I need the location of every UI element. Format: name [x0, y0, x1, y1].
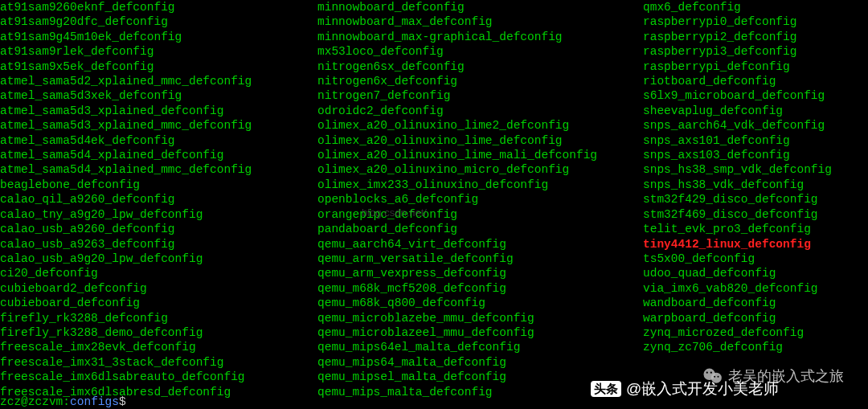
defconfig-file: raspberrypi0_defconfig — [643, 14, 868, 29]
defconfig-file: qemu_mips64_malta_defconfig — [317, 355, 643, 370]
prompt-dollar: $ — [119, 395, 126, 408]
defconfig-file: openblocks_a6_defconfig — [317, 192, 643, 207]
defconfig-file: snps_hs38_smp_vdk_defconfig — [643, 162, 868, 177]
defconfig-file: telit_evk_pro3_defconfig — [643, 222, 868, 236]
defconfig-file: at91sam9x5ek_defconfig — [0, 59, 317, 74]
defconfig-file: qemu_m68k_q800_defconfig — [317, 296, 643, 310]
defconfig-file: qemu_arm_versatile_defconfig — [317, 252, 643, 266]
prompt-colon: : — [63, 395, 70, 408]
defconfig-file: stm32f469_disco_defconfig — [643, 207, 868, 222]
watermark-toutiao: 头条 @嵌入式开发小美老师 — [591, 381, 779, 397]
defconfig-file: ts5x00_defconfig — [643, 252, 868, 266]
defconfig-file: minnowboard_max-graphical_defconfig — [317, 30, 643, 44]
defconfig-file: pandaboard_defconfig — [317, 222, 643, 236]
defconfig-file: via_imx6_vab820_defconfig — [643, 281, 868, 296]
defconfig-file: qemu_microblazebe_mmu_defconfig — [317, 311, 643, 325]
defconfig-file: olimex_imx233_olinuxino_defconfig — [317, 178, 643, 192]
defconfig-file: atmel_sama5d4_xplained_defconfig — [0, 148, 317, 162]
defconfig-file: nitrogen6sx_defconfig — [317, 59, 643, 74]
defconfig-file: minnowboard_defconfig — [317, 0, 643, 14]
defconfig-file: qemu_m68k_mcf5208_defconfig — [317, 281, 643, 296]
defconfig-file: olimex_a20_olinuxino_lime_mali_defconfig — [317, 148, 643, 162]
defconfig-file: nitrogen7_defconfig — [317, 88, 643, 103]
defconfig-file: cubieboard2_defconfig — [0, 281, 317, 296]
prompt-user-host: zcz@zczvm — [0, 395, 63, 408]
defconfig-file: qemu_microblazeel_mmu_defconfig — [317, 325, 643, 340]
defconfig-file: calao_usb_a9g20_lpw_defconfig — [0, 252, 317, 266]
toutiao-icon: 头条 — [591, 381, 621, 397]
defconfig-file: at91sam9g20dfc_defconfig — [0, 14, 317, 29]
defconfig-file: snps_axs101_defconfig — [643, 133, 868, 148]
defconfig-file: beaglebone_defconfig — [0, 178, 317, 192]
defconfig-file: freescale_imx28evk_defconfig — [0, 340, 317, 354]
defconfig-file: at91sam9g45m10ek_defconfig — [0, 30, 317, 44]
defconfig-file: firefly_rk3288_demo_defconfig — [0, 325, 317, 340]
defconfig-file: at91sam9rlek_defconfig — [0, 44, 317, 59]
defconfig-file: raspberrypi_defconfig — [643, 59, 868, 74]
svg-point-2 — [706, 372, 708, 374]
defconfig-file: nitrogen6x_defconfig — [317, 74, 643, 88]
defconfig-file: atmel_sama5d4_xplained_mmc_defconfig — [0, 162, 317, 177]
defconfig-file: qemu_aarch64_virt_defconfig — [317, 237, 643, 252]
defconfig-file: cubieboard_defconfig — [0, 296, 317, 310]
defconfig-file: wandboard_defconfig — [643, 296, 868, 310]
shell-prompt[interactable]: zcz@zczvm:configs$ — [0, 395, 126, 409]
listing-column-2: minnowboard_defconfigminnowboard_max_def… — [317, 0, 643, 399]
defconfig-file: mx53loco_defconfig — [317, 44, 643, 59]
defconfig-file: raspberrypi3_defconfig — [643, 44, 868, 59]
defconfig-file: qemu_arm_vexpress_defconfig — [317, 266, 643, 280]
defconfig-file: tiny4412_linux_defconfig — [643, 237, 868, 252]
defconfig-file: freescale_imx31_3stack_defconfig — [0, 355, 317, 370]
terminal-listing: at91sam9260eknf_defconfigat91sam9g20dfc_… — [0, 0, 868, 399]
defconfig-file: zynq_zc706_defconfig — [643, 340, 868, 354]
defconfig-file: minnowboard_max_defconfig — [317, 14, 643, 29]
listing-column-3: qmx6_defconfigraspberrypi0_defconfigrasp… — [643, 0, 868, 399]
defconfig-file: qmx6_defconfig — [643, 0, 868, 14]
defconfig-file: snps_hs38_vdk_defconfig — [643, 178, 868, 192]
defconfig-file: calao_usb_a9260_defconfig — [0, 222, 317, 236]
defconfig-file: olimex_a20_olinuxino_lime2_defconfig — [317, 118, 643, 133]
defconfig-file: sheevaplug_defconfig — [643, 104, 868, 118]
defconfig-file: atmel_sama5d2_xplained_mmc_defconfig — [0, 74, 317, 88]
defconfig-file: at91sam9260eknf_defconfig — [0, 0, 317, 14]
listing-column-1: at91sam9260eknf_defconfigat91sam9g20dfc_… — [0, 0, 317, 399]
defconfig-file: freescale_imx6dlsabreauto_defconfig — [0, 370, 317, 384]
defconfig-file: firefly_rk3288_defconfig — [0, 311, 317, 325]
defconfig-file: calao_tny_a9g20_lpw_defconfig — [0, 207, 317, 222]
defconfig-file: udoo_quad_defconfig — [643, 266, 868, 280]
defconfig-file: olimex_a20_olinuxino_micro_defconfig — [317, 162, 643, 177]
defconfig-file: snps_aarch64_vdk_defconfig — [643, 118, 868, 133]
watermark-url: blog.csdn.net/ — [362, 206, 427, 220]
defconfig-file: ci20_defconfig — [0, 266, 317, 280]
defconfig-file: qemu_mips64el_malta_defconfig — [317, 340, 643, 354]
defconfig-file: odroidc2_defconfig — [317, 104, 643, 118]
svg-point-5 — [717, 376, 719, 378]
prompt-path: configs — [70, 395, 119, 408]
svg-point-3 — [710, 372, 712, 374]
defconfig-file: snps_axs103_defconfig — [643, 148, 868, 162]
svg-point-4 — [714, 376, 715, 378]
defconfig-file: olimex_a20_olinuxino_lime_defconfig — [317, 133, 643, 148]
defconfig-file: atmel_sama5d3_xplained_defconfig — [0, 104, 317, 118]
defconfig-file: warpboard_defconfig — [643, 311, 868, 325]
defconfig-file: riotboard_defconfig — [643, 74, 868, 88]
defconfig-file: s6lx9_microboard_defconfig — [643, 88, 868, 103]
defconfig-file: atmel_sama5d4ek_defconfig — [0, 133, 317, 148]
defconfig-file: calao_usb_a9263_defconfig — [0, 237, 317, 252]
defconfig-file: stm32f429_disco_defconfig — [643, 192, 868, 207]
defconfig-file: zynq_microzed_defconfig — [643, 325, 868, 340]
defconfig-file: atmel_sama5d3xek_defconfig — [0, 88, 317, 103]
defconfig-file: calao_qil_a9260_defconfig — [0, 192, 317, 207]
defconfig-file: atmel_sama5d3_xplained_mmc_defconfig — [0, 118, 317, 133]
watermark-toutiao-text: @嵌入式开发小美老师 — [626, 382, 779, 396]
defconfig-file: raspberrypi2_defconfig — [643, 30, 868, 44]
